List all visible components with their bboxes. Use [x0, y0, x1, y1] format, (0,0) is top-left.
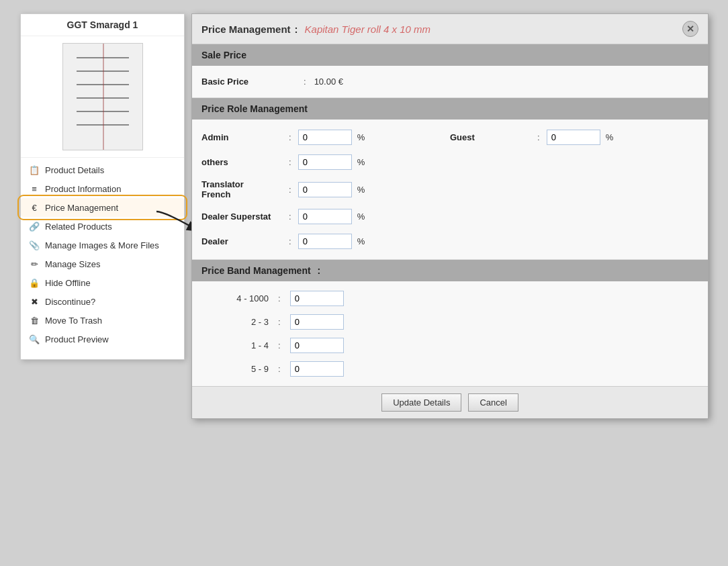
hide-offline-icon: 🔒	[29, 277, 40, 288]
price-band-header: Price Band Management :	[192, 260, 708, 281]
sidebar-item-product-information[interactable]: ≡ Product Information	[21, 179, 184, 198]
band-4-1000-input[interactable]	[290, 291, 344, 306]
dialog-product-name: Kapitan Tiger roll 4 x 10 mm	[305, 23, 430, 35]
admin-input[interactable]	[298, 130, 352, 145]
dealer-superstat-percent: %	[357, 211, 365, 222]
dealer-percent: %	[357, 236, 365, 246]
band-4-1000-label: 4 - 1000	[201, 293, 269, 303]
empty-row	[450, 150, 698, 175]
dialog-title: Price Management	[201, 23, 291, 35]
dealer-label: Dealer	[201, 236, 282, 246]
band-2-3-row: 2 - 3 :	[201, 310, 698, 334]
others-input[interactable]	[298, 154, 352, 170]
price-role-header: Price Role Management	[192, 98, 708, 120]
band-2-3-label: 2 - 3	[201, 317, 269, 327]
price-role-grid: Admin : % Guest : % others : % Translato…	[192, 120, 708, 259]
dealer-superstat-row: Dealer Superstat : %	[201, 204, 450, 229]
discontinue-icon: ✖	[29, 296, 40, 307]
translator-french-input[interactable]	[298, 182, 352, 197]
sidebar-item-product-preview[interactable]: 🔍 Product Preview	[21, 330, 184, 348]
related-products-icon: 🔗	[29, 221, 40, 232]
product-image	[62, 43, 143, 150]
cancel-button[interactable]: Cancel	[468, 393, 518, 412]
move-to-trash-icon: 🗑	[29, 315, 40, 326]
price-management-icon: €	[29, 202, 40, 213]
translator-french-label: TranslatorFrench	[201, 179, 282, 199]
sidebar-item-manage-images[interactable]: 📎 Manage Images & More Files	[21, 236, 184, 254]
band-1-4-input[interactable]	[290, 338, 344, 353]
translator-french-row: TranslatorFrench : %	[201, 175, 450, 204]
update-details-button[interactable]: Update Details	[381, 393, 461, 412]
dialog-header: Price Management : Kapitan Tiger roll 4 …	[192, 14, 708, 44]
sidebar-item-product-details[interactable]: 📋 Product Details	[21, 160, 184, 179]
basic-price-value: 10.00 €	[314, 77, 343, 87]
product-information-icon: ≡	[29, 183, 40, 194]
dialog-footer: Update Details Cancel	[192, 386, 708, 418]
sidebar-item-discontinue[interactable]: ✖ Discontinue?	[21, 292, 184, 311]
dealer-input[interactable]	[298, 234, 352, 249]
band-1-4-row: 1 - 4 :	[201, 334, 698, 357]
sidebar-item-related-products[interactable]: 🔗 Related Products	[21, 217, 184, 236]
band-4-1000-row: 4 - 1000 :	[201, 287, 698, 310]
others-percent: %	[357, 157, 365, 167]
manage-sizes-icon: ✏	[29, 258, 40, 269]
close-button[interactable]: ✕	[682, 21, 698, 37]
admin-row: Admin : %	[201, 125, 450, 150]
empty-row2	[450, 175, 698, 204]
sidebar-title: GGT Smaragd 1	[21, 14, 184, 36]
empty-row4	[450, 229, 698, 254]
band-5-9-input[interactable]	[290, 361, 344, 377]
product-image-container	[21, 36, 184, 158]
sidebar-item-move-to-trash[interactable]: 🗑 Move To Trash	[21, 311, 184, 330]
dealer-row: Dealer : %	[201, 229, 450, 254]
band-5-9-row: 5 - 9 :	[201, 357, 698, 381]
sidebar-nav: 📋 Product Details ≡ Product Information …	[21, 158, 184, 351]
guest-label: Guest	[450, 132, 531, 142]
product-details-icon: 📋	[29, 164, 40, 175]
admin-label: Admin	[201, 132, 282, 142]
price-band-section: 4 - 1000 : 2 - 3 : 1 - 4 : 5 - 9 :	[192, 281, 708, 386]
sidebar-panel: GGT Smaragd 1 📋 Product Details ≡ Produc…	[20, 13, 185, 360]
sidebar-item-manage-sizes[interactable]: ✏ Manage Sizes	[21, 254, 184, 273]
guest-row: Guest : %	[450, 125, 698, 150]
empty-row3	[450, 204, 698, 229]
others-row: others : %	[201, 150, 450, 175]
sidebar-item-price-management[interactable]: € Price Management	[21, 198, 184, 217]
translator-french-percent: %	[357, 185, 365, 195]
basic-price-sep: :	[304, 77, 306, 87]
sale-price-content: Basic Price : 10.00 €	[192, 66, 708, 97]
dealer-superstat-label: Dealer Superstat	[201, 211, 282, 222]
manage-images-icon: 📎	[29, 240, 40, 250]
band-5-9-label: 5 - 9	[201, 364, 269, 374]
price-management-dialog: Price Management : Kapitan Tiger roll 4 …	[191, 13, 709, 419]
basic-price-label: Basic Price	[201, 77, 295, 87]
dialog-title-sep: :	[295, 23, 298, 35]
others-label: others	[201, 157, 282, 167]
dealer-superstat-input[interactable]	[298, 209, 352, 224]
band-1-4-label: 1 - 4	[201, 340, 269, 350]
band-2-3-input[interactable]	[290, 314, 344, 330]
product-preview-icon: 🔍	[29, 334, 40, 344]
admin-percent: %	[357, 132, 365, 142]
guest-percent: %	[606, 132, 614, 142]
sale-price-header: Sale Price	[192, 44, 708, 66]
sidebar-item-hide-offline[interactable]: 🔒 Hide Offline	[21, 273, 184, 292]
guest-input[interactable]	[547, 130, 600, 145]
basic-price-row: Basic Price : 10.00 €	[201, 73, 698, 91]
